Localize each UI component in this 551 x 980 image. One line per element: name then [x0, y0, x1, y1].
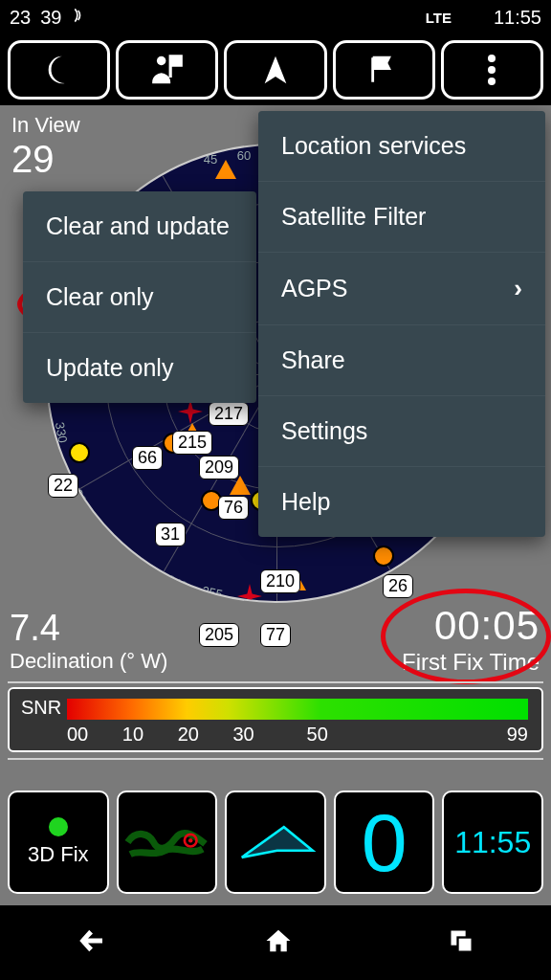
snr-tick: 20: [178, 724, 233, 746]
android-nav-bar: [0, 905, 551, 980]
sat-label: 22: [48, 474, 78, 498]
divider: [8, 758, 543, 760]
menu-item-agps[interactable]: AGPS›: [258, 253, 545, 325]
sat-label: 77: [260, 623, 291, 647]
sat-label: 205: [199, 623, 239, 647]
svg-point-2: [488, 66, 496, 74]
menu-item-label: Location services: [281, 132, 466, 160]
sat-label: 26: [383, 574, 413, 598]
tile-clock[interactable]: 11:55: [442, 791, 543, 894]
recents-button[interactable]: [447, 927, 475, 958]
flag-button[interactable]: [333, 40, 435, 100]
menu-item-clear-only[interactable]: Clear only: [23, 262, 256, 333]
toolbar: [0, 34, 551, 105]
menu-item-label: Satellite Filter: [281, 203, 426, 231]
speed-value: 0: [362, 801, 408, 883]
tile-3d-fix[interactable]: 3D Fix: [8, 791, 109, 894]
tile-world-map[interactable]: [117, 791, 218, 894]
menu-item-settings[interactable]: Settings: [258, 396, 545, 467]
status-notif-count-2: 39: [40, 7, 61, 29]
tile-clock-value: 11:55: [454, 825, 531, 860]
navigate-button[interactable]: [224, 40, 326, 100]
main-content: In View 29 45 60 255 240 300 330: [0, 105, 551, 783]
tile-speed[interactable]: 0: [334, 791, 435, 894]
menu-item-label: Update only: [46, 354, 173, 382]
first-fix-label: First Fix Time: [402, 649, 540, 676]
signal-icon: [463, 7, 482, 29]
menu-item-label: Clear only: [46, 283, 154, 311]
status-clock: 11:55: [494, 7, 541, 29]
tile-compass[interactable]: [225, 791, 326, 894]
declination-label: Declination (° W): [10, 649, 167, 674]
compass-arrow-icon: [233, 815, 318, 869]
overflow-menu: Location services Satellite Filter AGPS›…: [258, 111, 545, 537]
menu-item-label: AGPS: [281, 275, 347, 302]
deg-label: 60: [237, 148, 251, 163]
svg-point-3: [488, 78, 496, 85]
snr-tick: 50: [307, 724, 507, 746]
agps-context-menu: Clear and update Clear only Update only: [23, 191, 256, 403]
svg-point-6: [188, 838, 193, 843]
menu-item-clear-and-update[interactable]: Clear and update: [23, 191, 256, 262]
menu-item-update-only[interactable]: Update only: [23, 333, 256, 403]
menu-item-label: Share: [281, 346, 345, 374]
deg-label: 240: [165, 572, 189, 594]
overflow-button[interactable]: [441, 40, 543, 100]
world-map-icon: [123, 815, 209, 869]
network-type: LTE: [426, 10, 452, 26]
status-bar: 23 39 LTE 11:55: [0, 0, 551, 34]
snr-tick: 99: [507, 724, 528, 746]
snr-ticks: 00 10 20 30 50 99: [67, 724, 528, 746]
person-flag-button[interactable]: [116, 40, 218, 100]
sat-label: 209: [199, 456, 239, 479]
satellite-marker: [215, 160, 236, 181]
snr-gradient: [67, 699, 528, 720]
sat-label: 66: [132, 446, 163, 470]
menu-item-share[interactable]: Share: [258, 325, 545, 396]
snr-label: SNR: [21, 697, 61, 719]
sat-label: 210: [260, 569, 300, 593]
snr-tick: 30: [232, 724, 306, 746]
satellite-marker: [69, 442, 90, 463]
chevron-right-icon: ›: [514, 274, 522, 303]
first-fix-block: 00:05 First Fix Time: [402, 603, 540, 676]
vibrate-icon: [72, 6, 91, 30]
svg-rect-8: [457, 938, 472, 952]
sat-label: 215: [172, 431, 212, 455]
deg-label: 330: [53, 421, 71, 444]
satellite-marker: [239, 586, 260, 603]
sat-label: 76: [218, 496, 249, 520]
fix-indicator-icon: [49, 817, 68, 836]
satellite-marker: [373, 546, 394, 567]
declination-block: 7.4 Declination (° W): [10, 608, 167, 674]
satellite-marker: [180, 401, 201, 422]
bottom-tiles: 3D Fix 0 11:55: [0, 785, 551, 900]
deg-label: 255: [201, 583, 224, 601]
location-icon: [399, 6, 414, 30]
sat-label: 31: [155, 523, 186, 546]
sat-label: 217: [209, 402, 249, 426]
snr-tick: 00: [67, 724, 122, 746]
menu-item-label: Settings: [281, 417, 367, 445]
flash-icon: [100, 6, 116, 30]
menu-item-help[interactable]: Help: [258, 467, 545, 537]
svg-point-1: [488, 55, 496, 62]
home-button[interactable]: [262, 926, 295, 959]
in-view-label: In View: [11, 113, 80, 138]
tile-label: 3D Fix: [28, 842, 89, 867]
divider: [8, 681, 543, 683]
svg-point-0: [157, 56, 166, 66]
menu-item-location-services[interactable]: Location services: [258, 111, 545, 182]
back-button[interactable]: [76, 926, 110, 959]
snr-bar: SNR 00 10 20 30 50 99: [8, 687, 543, 752]
menu-item-satellite-filter[interactable]: Satellite Filter: [258, 182, 545, 253]
declination-value: 7.4: [10, 608, 167, 649]
menu-item-label: Clear and update: [46, 212, 230, 240]
snr-tick: 10: [122, 724, 178, 746]
first-fix-value: 00:05: [402, 603, 540, 649]
night-mode-button[interactable]: [8, 40, 110, 100]
menu-item-label: Help: [281, 488, 330, 516]
status-notif-count-1: 23: [10, 7, 31, 29]
